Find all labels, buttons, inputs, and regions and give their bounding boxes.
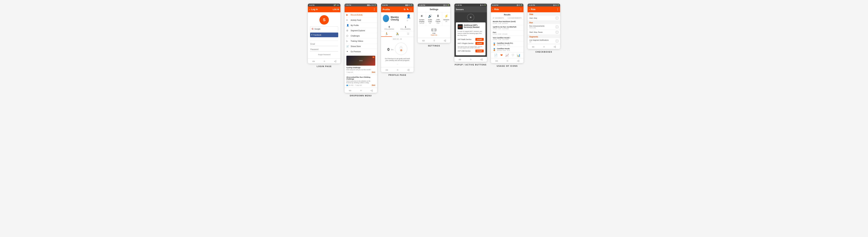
- nav-circle-icon[interactable]: ○: [543, 45, 545, 48]
- challenge-row-2: 👥 52,396 · 7 days left Join: [346, 84, 375, 86]
- email-field[interactable]: [310, 42, 338, 46]
- install-btn-2[interactable]: Install: [475, 42, 484, 45]
- dropdown-item-store[interactable]: 🛒 Strava Store: [345, 44, 377, 49]
- dropdown-item-record[interactable]: ▶ Record Activity: [345, 12, 377, 18]
- nav-back-icon[interactable]: ◁: [517, 59, 519, 62]
- bar-chart-icon[interactable]: 📊: [517, 54, 520, 57]
- tab-runs[interactable]: 🏃: [381, 31, 392, 37]
- settings-item-autopause[interactable]: ⏸ Auto Pause Ride: [434, 12, 442, 26]
- chk-body: Ride Start, Stop Run Run Announcements N…: [528, 12, 560, 44]
- checkbox-announcements[interactable]: [556, 26, 558, 28]
- password-field[interactable]: [310, 48, 338, 52]
- login-action-btn[interactable]: LOG IN: [333, 8, 339, 10]
- dropdown-item-profile[interactable]: 👤 My Profile: [345, 23, 377, 28]
- more-icon[interactable]: ⋮: [520, 8, 522, 11]
- settings-item-sensors[interactable]: ⚡ Sensors Off: [442, 12, 451, 26]
- segments-count-label: 27 SEGMENTS: [493, 17, 504, 19]
- nav-square-icon[interactable]: ▭: [495, 59, 498, 62]
- seg-detail-0: 0.2 km · 1:40 · 8.8 km/h: [493, 22, 522, 24]
- facebook-login-button[interactable]: f Facebook: [310, 33, 338, 37]
- settings-grid: ☀ Screen Display Normal 🔊 Audio Cues Off…: [418, 12, 450, 38]
- back-icon[interactable]: ‹: [492, 8, 493, 11]
- refresh-icon[interactable]: ↻: [404, 8, 406, 11]
- back-arrow-icon[interactable]: ‹: [309, 8, 310, 11]
- seg-name-2: Parc: [493, 31, 522, 33]
- settings-screen-wrapper: 11:38 PM ▐ 15% 🔋 Settings ☀ Screen Displ…: [417, 4, 451, 47]
- more-icon[interactable]: ⋮: [373, 8, 376, 11]
- battery-pct: 15%: [555, 4, 557, 6]
- install-btn-1[interactable]: Install: [475, 38, 484, 41]
- chk-item-info: Start, Stop: [529, 17, 537, 19]
- back-icon[interactable]: ‹: [529, 8, 530, 11]
- settings-item-screen-display[interactable]: ☀ Screen Display Normal: [418, 12, 426, 26]
- training-icon: ▷: [346, 40, 349, 42]
- nav-back-icon[interactable]: ◁: [554, 45, 556, 48]
- doc-icon[interactable]: 📄: [494, 54, 498, 57]
- dropdown-overlay: ▶ Record Activity ≡ Activity Feed 👤 My P…: [345, 12, 377, 54]
- settings-item-audio[interactable]: 🔊 Audio Cues Off: [426, 12, 434, 26]
- forgot-password-link[interactable]: Forgot Password: [318, 54, 330, 56]
- challenge-join-btn-2[interactable]: Join: [371, 84, 375, 86]
- battery-icon: 🔋: [411, 4, 412, 6]
- heart-icon[interactable]: ❤: [500, 54, 503, 57]
- nav-square-icon[interactable]: ▭: [532, 45, 534, 48]
- nav-back-icon[interactable]: ◁: [407, 68, 409, 71]
- login-app-bar: ‹ Log In LOG IN: [308, 6, 340, 12]
- signal-bars: ▐▐▐: [367, 4, 370, 6]
- nav-circle-icon[interactable]: ○: [433, 39, 435, 42]
- dropdown-profile-label: My Profile: [351, 24, 359, 26]
- nav-back-icon[interactable]: ◁: [480, 58, 483, 61]
- tab-list[interactable]: ☰: [403, 31, 413, 37]
- checkbox-ssp[interactable]: [556, 31, 558, 33]
- nav-circle-icon[interactable]: ○: [397, 68, 398, 71]
- settings-title: Settings: [430, 8, 438, 11]
- nav-square-icon[interactable]: ▭: [312, 60, 315, 63]
- nav-back-icon[interactable]: ◁: [371, 89, 373, 92]
- premium-arrow[interactable]: ›: [397, 62, 398, 66]
- nav-square-icon[interactable]: ▭: [422, 39, 425, 42]
- chart-icon[interactable]: 📈: [505, 54, 509, 57]
- segments-header: 27 SEGMENTS 6 ACHIEVEMENTS: [491, 17, 523, 20]
- popup-title-block: Additional ANT+ Service(s) Needed: [464, 24, 484, 29]
- edit-icon[interactable]: ✎: [407, 8, 409, 11]
- popup-screen-wrapper: 11:38 PM ▐ 15% 🔋 Sensors: [454, 4, 487, 66]
- tab-rides[interactable]: 🚴: [392, 31, 403, 37]
- nav-circle-icon[interactable]: ○: [470, 58, 471, 61]
- challenge-join-btn-1[interactable]: Join: [371, 71, 375, 73]
- google-btn-label: Google: [315, 28, 320, 30]
- nav-circle-icon[interactable]: ○: [323, 60, 325, 63]
- more-icon[interactable]: ⋮: [557, 8, 559, 11]
- dropdown-body: ▶ Record Activity ≡ Activity Feed 👤 My P…: [345, 12, 377, 88]
- dropdown-item-challenges[interactable]: ⬡ Challenges: [345, 33, 377, 38]
- segment-item-4: 🥉 Camillien Houde Pt.1 3rd Best Time · 4…: [491, 41, 523, 47]
- challenge-title-2: #EverestNoFilter Run Climbing Challenge: [346, 76, 375, 80]
- nav-circle-icon[interactable]: ○: [360, 89, 362, 92]
- install-btn-3[interactable]: Install: [475, 50, 484, 53]
- google-login-button[interactable]: G Google: [310, 26, 338, 31]
- challenge-sub-2: Send some love to the athletes on Mt. Ev…: [346, 80, 375, 84]
- nav-back-icon[interactable]: ◁: [444, 39, 446, 42]
- dropdown-item-feed[interactable]: ≡ Activity Feed: [345, 18, 377, 23]
- dropdown-item-training[interactable]: ▷ Training Videos: [345, 38, 377, 44]
- achievements-count-label: 6 ACHIEVEMENTS: [508, 17, 522, 19]
- dropdown-item-segment[interactable]: ⊙ Segment Explorer: [345, 28, 377, 33]
- chk-item-live-seg: Live Segment Notifications Off: [528, 38, 560, 44]
- profile-tabs: 🏃 🚴 ☰: [381, 31, 413, 37]
- no-goal-inner: NO GOAL ⊕: [400, 46, 403, 52]
- login-time: 5:42 PM: [309, 4, 314, 6]
- trophy-icon[interactable]: ♡: [512, 54, 514, 57]
- nav-back-icon[interactable]: ◁: [334, 60, 336, 63]
- chk-status-bar: 11:39 PM ▐ 15% 🔋: [528, 4, 560, 6]
- follow-button[interactable]: 👤+: [406, 14, 412, 23]
- nav-circle-icon[interactable]: ○: [507, 59, 508, 62]
- nav-square-icon[interactable]: ▭: [349, 89, 351, 92]
- challenge-days: 7 days left: [346, 71, 353, 73]
- settings-item-live[interactable]: ((·)) Live Segments: [418, 26, 450, 38]
- nav-square-icon[interactable]: ▭: [385, 68, 388, 71]
- icons-screen-wrapper: 11:40 PM ▐ 15% 🔋 ‹ Ride ⋮ Results 27 SEG…: [491, 4, 524, 67]
- more-icon[interactable]: ⋮: [410, 8, 412, 11]
- nav-square-icon[interactable]: ▭: [459, 58, 461, 61]
- checkbox-live[interactable]: [556, 40, 558, 42]
- dropdown-item-premium[interactable]: ✦ Go Premium: [345, 49, 377, 54]
- checkbox-start-stop[interactable]: [556, 17, 558, 19]
